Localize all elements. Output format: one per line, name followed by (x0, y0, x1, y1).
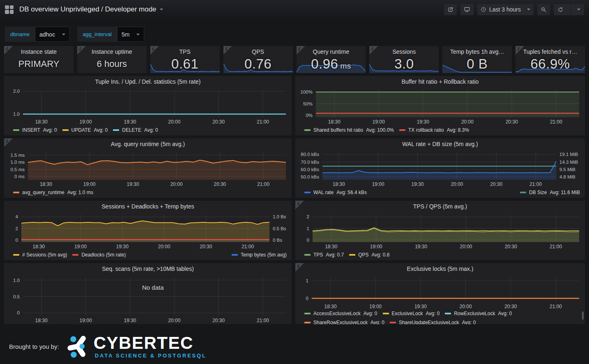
legend-label: ShareRowExclusiveLock (313, 320, 368, 324)
caret-down-icon (62, 34, 65, 35)
legend-color-swatch (13, 129, 19, 131)
legend-avg: Avg: 0 (498, 311, 512, 316)
dashboard-title[interactable]: DB overview Unprivileged / Developer mod… (19, 5, 163, 14)
x-axis-label: 20:30 (506, 119, 518, 125)
chart: 4201.0 Bs0.5 Bs0 Bs18:3019:0019:3020:002… (4, 211, 292, 250)
x-axis-label: 20:30 (505, 244, 517, 250)
variable-dbname[interactable]: dbname adhoc (5, 27, 70, 42)
legend: # Sessions (5m avg)Deadlocks (5m rate)Te… (4, 250, 292, 260)
x-axis-label: 19:00 (372, 181, 384, 187)
legend-item[interactable]: QPSAvg: 0.8 (349, 252, 389, 258)
stat-title[interactable]: QPS (223, 48, 293, 55)
panel-title[interactable]: Tuple Ins. / Upd. / Del. statistics (5m … (4, 76, 292, 87)
legend-label: INSERT (22, 127, 40, 133)
legend-item[interactable]: ShareRowExclusiveLockAvg: 0 (304, 320, 384, 324)
panel-title[interactable]: WAL rate + DB size (5m avg.) (295, 138, 585, 149)
refresh-interval-button[interactable] (573, 4, 584, 15)
legend-item[interactable]: TX rollback ratioAvg: 8.3% (399, 127, 469, 133)
x-axis-label: 19:30 (415, 244, 427, 250)
legend-avg: Avg: 0 (94, 127, 108, 133)
legend-color-swatch (390, 322, 396, 323)
legend-color-swatch (399, 129, 405, 131)
legend-avg: Avg: 56.4 kBs (336, 190, 367, 195)
stat-title[interactable]: Instance state (4, 48, 74, 55)
legend-item[interactable]: INSERTAvg: 0 (13, 127, 57, 133)
y-axis-label: 0 (4, 238, 18, 243)
share-button[interactable] (444, 4, 457, 15)
legend-item[interactable]: ExclusiveLockAvg: 0 (383, 311, 440, 316)
y-axis-label: 1.0 (4, 112, 20, 117)
panel-tps-qps: i TPS / QPS (5m avg.) 21018:3019:0019:30… (295, 201, 585, 260)
legend-item[interactable]: UPDATEAvg: 0 (62, 127, 108, 133)
legend-color-swatch (349, 254, 355, 256)
legend-scrollbar[interactable] (582, 311, 584, 320)
variable-agg-interval[interactable]: agg_interval 5m (77, 27, 144, 42)
panel-title[interactable]: Avg. query runtime (5m avg.) (4, 138, 292, 149)
apps-grid-icon[interactable] (5, 5, 14, 14)
clock-icon (481, 7, 486, 12)
stat-panel: iInstance uptime6 hours (77, 46, 147, 73)
stat-value: PRIMARY (4, 55, 74, 73)
legend-item[interactable]: DB SizeAvg: 11.6 MiB (520, 190, 580, 195)
legend-item[interactable]: AccessExclusiveLockAvg: 0 (304, 311, 377, 316)
y-axis-label: 50.0 kBs (295, 174, 319, 179)
stat-value-unit: ms (340, 62, 351, 71)
stat-value: 0.61 (150, 55, 220, 73)
chart: 2.01.018:3019:0019:3020:0020:3021:00 (4, 87, 292, 126)
legend-item[interactable]: # Sessions (5m avg) (13, 252, 67, 258)
legend-item[interactable]: DELETEAvg: 0 (113, 127, 158, 133)
legend-item[interactable]: RowExclusiveLockAvg: 0 (445, 311, 512, 316)
legend-item[interactable]: WAL rateAvg: 56.4 kBs (304, 190, 367, 195)
stat-title[interactable]: Query runtime (297, 48, 366, 55)
caret-down-icon (527, 9, 530, 10)
x-axis-label: 20:30 (214, 181, 226, 187)
stat-title[interactable]: Temp bytes 1h avg… (442, 48, 512, 55)
legend-group-right: Temp bytes (5m avg) (232, 252, 287, 258)
x-axis-label: 18:30 (325, 244, 337, 250)
submenu: dbname adhoc agg_interval 5m (5, 27, 144, 42)
legend-item[interactable]: Deadlocks (5m rate) (72, 252, 126, 258)
no-data-text: No data (142, 284, 164, 291)
y-axis-right-label: 4.8 MiB (559, 174, 575, 179)
chart-canvas (295, 211, 585, 250)
y-axis-label: 2 (295, 214, 309, 219)
zoom-out-button[interactable] (537, 4, 550, 15)
refresh-button-group (554, 4, 584, 15)
panel-title[interactable]: Sessions + Deadlocks + Temp bytes (4, 201, 292, 211)
panel-title[interactable]: Exclusive locks (5m max.) (295, 263, 585, 274)
stat-title[interactable]: Instance uptime (77, 48, 147, 55)
time-range-picker[interactable]: Last 3 hours (477, 4, 534, 15)
legend-item[interactable]: Temp bytes (5m avg) (232, 252, 287, 258)
legend-group-left: # Sessions (5m avg)Deadlocks (5m rate) (13, 252, 126, 258)
y-axis-right-label: 0 Bs (273, 238, 282, 243)
legend-item[interactable]: Shared buffers hit ratioAvg: 100.0% (304, 127, 394, 133)
x-axis-label: 21:00 (257, 181, 269, 187)
legend-avg: Avg: 100.0% (366, 127, 394, 133)
legend-label: RowExclusiveLock (454, 311, 495, 316)
panel-title[interactable]: Buffer hit ratio + Rollback ratio (295, 76, 585, 87)
legend-group-left: WAL rateAvg: 56.4 kBs (304, 190, 367, 195)
stat-title[interactable]: Sessions (369, 48, 439, 55)
legend-color-swatch (304, 129, 311, 131)
panel-title[interactable]: Seq. scans (5m rate, >10MB tables) (4, 263, 292, 274)
legend-label: ShareUpdateExclusiveLock (399, 320, 459, 324)
x-axis-label: 20:00 (451, 181, 463, 187)
legend-color-swatch (113, 129, 119, 131)
refresh-button[interactable] (554, 4, 567, 15)
legend-item[interactable]: avg_query_runtimeAvg: 1.0 ms (13, 190, 93, 195)
legend-item[interactable]: ShareUpdateExclusiveLockAvg: 0 (390, 320, 476, 324)
panel-title[interactable]: TPS / QPS (5m avg.) (295, 201, 585, 211)
tv-mode-button[interactable] (460, 4, 474, 15)
x-axis-label: 20:00 (460, 304, 472, 309)
legend-color-swatch (13, 254, 19, 256)
monitor-icon (464, 6, 470, 13)
stat-title[interactable]: TPS (150, 48, 220, 55)
y-axis-label: 4 (4, 214, 18, 219)
info-glyph: i (79, 46, 81, 52)
legend-avg: Avg: 0 (364, 311, 377, 316)
legend-color-swatch (72, 254, 78, 256)
stat-title[interactable]: Tuples fetched vs r… (515, 48, 585, 55)
zoom-out-icon (541, 7, 547, 13)
legend-item[interactable]: TPSAvg: 0.7 (304, 252, 344, 258)
info-glyph: i (517, 46, 519, 52)
